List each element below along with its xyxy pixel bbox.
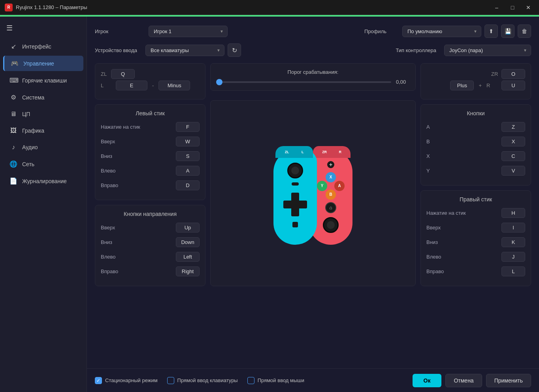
joycon-left: ZL L — [273, 150, 317, 245]
hotkeys-icon: ⌨ — [9, 77, 17, 84]
profile-select[interactable]: По умолчанию — [402, 26, 481, 37]
sidebar-item-audio[interactable]: ♪ Аудио — [3, 140, 83, 155]
l-key-badge[interactable]: E — [116, 81, 147, 90]
dpad-left-key[interactable]: Left — [176, 252, 200, 262]
player-select-wrapper: Игрок 1 ▼ — [149, 26, 228, 37]
right-stick-right-key[interactable]: L — [501, 266, 525, 276]
profile-label: Профиль — [364, 28, 396, 34]
sidebar-item-hotkeys[interactable]: ⌨ Горячие клавиши — [3, 73, 83, 88]
close-button[interactable]: ✕ — [521, 0, 536, 15]
dpad-shape — [283, 193, 307, 216]
plus-key-badge[interactable]: Plus — [450, 81, 474, 90]
player-select[interactable]: Игрок 1 — [149, 26, 228, 37]
zr-row: ZR O — [426, 69, 525, 79]
dpad-right-key[interactable]: Right — [176, 266, 200, 276]
dpad-down-key[interactable]: Down — [176, 237, 200, 247]
profile-delete-button[interactable]: 🗑 — [518, 24, 531, 38]
docked-mode-checkbox[interactable]: ✓ Стационарный режим — [95, 377, 158, 384]
dpad-up-label: Вверх — [101, 225, 115, 231]
left-stick-press-label: Нажатие на стик — [101, 124, 140, 130]
right-stick-down-row: Вниз K — [426, 236, 525, 248]
maximize-button[interactable]: □ — [505, 0, 520, 15]
zl-label: ZL — [101, 71, 109, 77]
mouse-checkbox-label: Прямой ввод мыши — [258, 377, 304, 383]
kbd-checkbox-box[interactable] — [167, 377, 174, 384]
l-minus-row: L E - Minus — [101, 81, 200, 90]
threshold-value: 0,00 — [396, 79, 410, 85]
btn-b-row: B X — [426, 136, 525, 147]
right-stick-press-label: Нажатие на стик — [426, 210, 466, 216]
mouse-checkbox-box[interactable] — [247, 377, 254, 384]
right-stick-press-row: Нажатие на стик H — [426, 207, 525, 219]
profile-upload-button[interactable]: ⬆ — [484, 24, 498, 38]
right-stick-press-key[interactable]: H — [501, 208, 525, 218]
left-stick-left-key[interactable]: A — [176, 166, 200, 176]
left-stick-down-row: Вниз S — [101, 150, 200, 162]
l-label: L — [101, 83, 113, 88]
buttons-title: Кнопки — [426, 110, 525, 116]
cancel-button[interactable]: Отмена — [445, 374, 482, 387]
y-button-visual: Y — [317, 181, 327, 191]
face-buttons-group: X Y A B — [317, 172, 345, 200]
left-column: ZL Q L E - Minus Левый стик — [95, 63, 205, 286]
right-stick-up-row: Вверх I — [426, 222, 525, 233]
docked-checkbox-box[interactable]: ✓ — [95, 377, 102, 384]
sidebar-item-interface[interactable]: ↙ Интерфейс — [3, 39, 83, 54]
right-stick-left-key[interactable]: J — [501, 252, 525, 262]
titlebar: R Ryujinx 1.1.1280 – Параметры – □ ✕ — [0, 0, 539, 15]
dpad-up-key[interactable]: Up — [176, 223, 200, 233]
sidebar-item-network[interactable]: 🌐 Сеть — [3, 156, 83, 172]
sidebar-label-cpu: ЦП — [22, 111, 30, 117]
left-triggers-panel: ZL Q L E - Minus — [95, 63, 205, 99]
btn-y-key[interactable]: V — [501, 166, 525, 176]
controller-type-select-wrapper: JoyCon (пара) ▼ — [444, 45, 531, 56]
left-stick-up-key[interactable]: W — [176, 137, 200, 146]
slider-container: 0,00 — [216, 79, 410, 85]
controller-type-select[interactable]: JoyCon (пара) — [444, 45, 531, 56]
left-stick-right-key[interactable]: D — [176, 180, 200, 190]
dpad-title: Кнопки направления — [101, 211, 200, 217]
right-stick-left-row: Влево J — [426, 251, 525, 263]
face-buttons-visual: X Y A B — [317, 172, 345, 200]
left-stick-up-label: Вверх — [101, 139, 115, 144]
profile-save-button[interactable]: 💾 — [501, 24, 514, 38]
btn-x-key[interactable]: C — [501, 151, 525, 161]
controller-visual: ZL L — [210, 100, 416, 286]
dpad-panel: Кнопки направления Вверх Up Вниз Down Вл… — [95, 205, 205, 286]
ok-button[interactable]: Ок — [413, 374, 442, 387]
system-icon: ⚙ — [9, 94, 17, 101]
kbd-passthrough-checkbox[interactable]: Прямой ввод клавиатуры — [167, 377, 238, 384]
btn-b-label: B — [426, 139, 430, 144]
btn-b-key[interactable]: X — [501, 137, 525, 146]
device-select[interactable]: Все клавиатуры — [145, 45, 224, 56]
r-label: R — [486, 83, 498, 88]
minimize-button[interactable]: – — [489, 0, 504, 15]
b-button-visual: B — [326, 189, 336, 200]
threshold-slider[interactable] — [216, 81, 391, 83]
left-analog-stick — [287, 163, 303, 178]
sidebar-item-controls[interactable]: 🎮 Управление — [3, 56, 83, 71]
right-stick-up-key[interactable]: I — [501, 223, 525, 233]
left-stick-down-key[interactable]: S — [176, 151, 200, 161]
right-stick-up-label: Вверх — [426, 225, 441, 231]
profile-select-wrapper: По умолчанию ▼ — [402, 26, 481, 37]
btn-a-key[interactable]: Z — [501, 122, 525, 132]
sidebar-item-cpu[interactable]: 🖥 ЦП — [3, 107, 83, 122]
home-button-visual: ⌂ — [325, 202, 336, 213]
minus-key-badge[interactable]: Minus — [158, 81, 190, 90]
refresh-button[interactable]: ↻ — [228, 43, 241, 57]
sidebar-item-system[interactable]: ⚙ Система — [3, 90, 83, 105]
sidebar-item-graphics[interactable]: 🖼 Графика — [3, 123, 83, 138]
r-key-badge[interactable]: U — [501, 81, 525, 90]
zl-key-badge[interactable]: Q — [111, 69, 135, 79]
btn-y-label: Y — [426, 168, 430, 174]
right-stick-down-key[interactable]: K — [501, 237, 525, 247]
minus-divider: - — [151, 83, 155, 88]
apply-button[interactable]: Применить — [486, 374, 531, 387]
zr-key-badge[interactable]: O — [501, 69, 525, 79]
mouse-passthrough-checkbox[interactable]: Прямой ввод мыши — [247, 377, 304, 384]
left-stick-press-key[interactable]: F — [176, 122, 200, 132]
buttons-panel: Кнопки A Z B X X C — [420, 104, 531, 186]
hamburger-menu[interactable]: ☰ — [0, 20, 87, 36]
sidebar-item-logging[interactable]: 📄 Журналирование — [3, 173, 83, 189]
